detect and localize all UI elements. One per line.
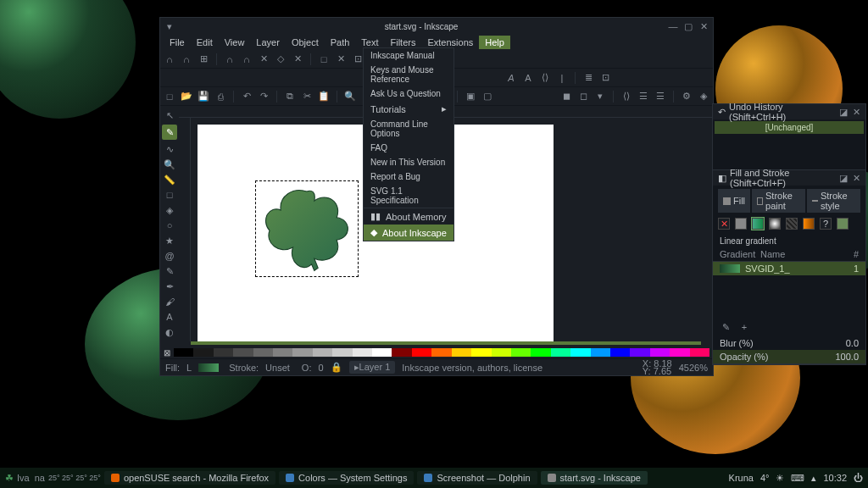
menu-item-ask[interactable]: Ask Us a Question (364, 86, 453, 101)
menu-item-keys[interactable]: Keys and Mouse Reference (364, 63, 453, 86)
spiral-tool-icon[interactable]: @ (164, 250, 175, 262)
blur-value[interactable]: 0.0 (846, 338, 859, 348)
undo-state[interactable]: [Unchanged] (715, 121, 864, 134)
location-label[interactable]: Kruna (729, 473, 754, 483)
redo-icon[interactable]: ↷ (258, 91, 270, 103)
flat-swatch[interactable] (735, 218, 747, 230)
unknown-swatch[interactable]: ? (820, 218, 832, 230)
palette-swatch[interactable] (214, 348, 233, 357)
zoom-level[interactable]: 4526% (679, 363, 708, 373)
fill-icon[interactable]: ◼ (560, 91, 572, 103)
menu-item-tutorials[interactable]: Tutorials▸ (364, 101, 453, 117)
weather-temp[interactable]: 4° (760, 473, 770, 483)
palette-swatch[interactable] (292, 348, 312, 357)
zoom-tool-icon[interactable]: 🔍 (164, 158, 175, 170)
print-icon[interactable]: ⎙ (214, 91, 226, 103)
3dbox-tool-icon[interactable]: ◈ (164, 204, 175, 216)
add-stop-icon[interactable]: + (738, 321, 750, 333)
linear-swatch[interactable] (752, 218, 764, 230)
palette-swatch[interactable] (492, 348, 511, 357)
menu-layer[interactable]: Layer (250, 36, 286, 49)
new-icon[interactable]: □ (164, 91, 175, 103)
no-paint-swatch[interactable]: ✕ (718, 218, 730, 230)
palette-swatch[interactable] (610, 348, 630, 357)
menu-help[interactable]: Help (479, 36, 510, 49)
snap-icon[interactable]: ∩ (224, 53, 236, 65)
dock-icon[interactable]: ◪ (839, 173, 848, 184)
close-panel-icon[interactable]: ✕ (853, 173, 860, 184)
menu-path[interactable]: Path (325, 36, 356, 49)
palette-swatch[interactable] (313, 348, 332, 357)
menu-item-about[interactable]: ◆About Inkscape (364, 225, 453, 241)
edit-gradient-icon[interactable]: ✎ (720, 321, 732, 333)
weather-icon[interactable]: ☀ (776, 473, 784, 484)
dock-icon[interactable]: ◪ (839, 107, 848, 118)
xml-icon[interactable]: ⟨⟩ (620, 91, 632, 103)
undo-icon[interactable]: ↶ (241, 91, 253, 103)
docprops-icon[interactable]: ◈ (698, 91, 709, 103)
palette-swatch[interactable] (233, 348, 253, 357)
fill-indicator[interactable] (198, 363, 219, 372)
opacity-value[interactable]: 0 (318, 363, 323, 373)
lock-icon[interactable]: 🔒 (331, 362, 342, 374)
align-icon[interactable]: ≣ (582, 72, 594, 84)
menu-item-cmdline[interactable]: Command Line Options (364, 117, 453, 141)
superscript-icon[interactable]: A (522, 72, 534, 84)
close-button[interactable]: ✕ (699, 22, 708, 30)
open-icon[interactable]: 📂 (181, 91, 192, 103)
palette-swatch[interactable] (531, 348, 550, 357)
no-color-icon[interactable]: ⊠ (164, 348, 174, 358)
snap-icon[interactable]: ⊞ (198, 53, 209, 65)
star-tool-icon[interactable]: ★ (164, 235, 175, 247)
menu-object[interactable]: Object (286, 36, 325, 49)
save-icon[interactable]: 💾 (198, 91, 209, 103)
snap-icon[interactable]: ✕ (292, 53, 303, 65)
menu-edit[interactable]: Edit (191, 36, 219, 49)
text-tool-icon[interactable]: A (164, 311, 175, 323)
menu-item-new[interactable]: New in This Version (364, 155, 453, 169)
layer-indicator[interactable]: ▸Layer 1 (349, 361, 396, 374)
rect-tool-icon[interactable]: □ (164, 189, 175, 201)
snap-icon[interactable]: ✕ (335, 53, 347, 65)
pen-tool-icon[interactable]: ✒ (164, 280, 175, 292)
shamrock-shape[interactable] (257, 182, 357, 275)
pencil-tool-icon[interactable]: ✎ (164, 265, 175, 277)
tab-fill[interactable]: Fill (718, 189, 750, 213)
palette-swatch[interactable] (253, 348, 273, 357)
task-inkscape[interactable]: start.svg - Inkscape (541, 471, 648, 485)
menu-item-manual[interactable]: Inkscape Manual (364, 48, 453, 63)
snap-icon[interactable]: ✕ (258, 53, 270, 65)
snap-icon[interactable]: ◇ (275, 53, 287, 65)
stroke-icon[interactable]: ◻ (577, 91, 589, 103)
radial-swatch[interactable] (769, 218, 781, 230)
logout-icon[interactable]: ⏻ (854, 473, 863, 483)
menu-item-report[interactable]: Report a Bug (364, 169, 453, 184)
palette-swatch[interactable] (174, 348, 193, 357)
ruler-vertical[interactable] (179, 118, 191, 341)
palette-swatch[interactable] (471, 348, 491, 357)
zoom-icon[interactable]: 🔍 (344, 91, 356, 103)
calligraphy-tool-icon[interactable]: 🖌 (164, 296, 175, 308)
circle-tool-icon[interactable]: ○ (164, 219, 175, 231)
ungroup-icon[interactable]: ▢ (481, 91, 493, 103)
menu-item-svg[interactable]: SVG 1.1 Specification (364, 184, 453, 208)
clock[interactable]: 10:32 (823, 473, 847, 483)
copy-icon[interactable]: ⧉ (284, 91, 296, 103)
paste-icon[interactable]: 📋 (318, 91, 330, 103)
measure-tool-icon[interactable]: 📏 (164, 174, 175, 186)
start-button[interactable]: ☘ (5, 473, 14, 484)
palette-swatch[interactable] (650, 348, 670, 357)
gradient-row[interactable]: SVGID_1_ 1 (713, 262, 865, 275)
palette-swatch[interactable] (630, 348, 649, 357)
gradient-tool-icon[interactable]: ◐ (164, 326, 175, 338)
palette-swatch[interactable] (372, 348, 392, 357)
task-dolphin[interactable]: Screenshot — Dolphin (417, 471, 537, 485)
keyboard-icon[interactable]: ⌨ (791, 473, 804, 484)
selector-tool-icon[interactable]: ↖ (164, 109, 175, 121)
swatch-swatch[interactable] (803, 218, 815, 230)
pattern-swatch[interactable] (786, 218, 798, 230)
palette-swatch[interactable] (193, 348, 213, 357)
spacing-icon[interactable]: ⊡ (599, 72, 611, 84)
menu-item-faq[interactable]: FAQ (364, 141, 453, 155)
direction-icon[interactable]: ⟨⟩ (539, 72, 551, 84)
